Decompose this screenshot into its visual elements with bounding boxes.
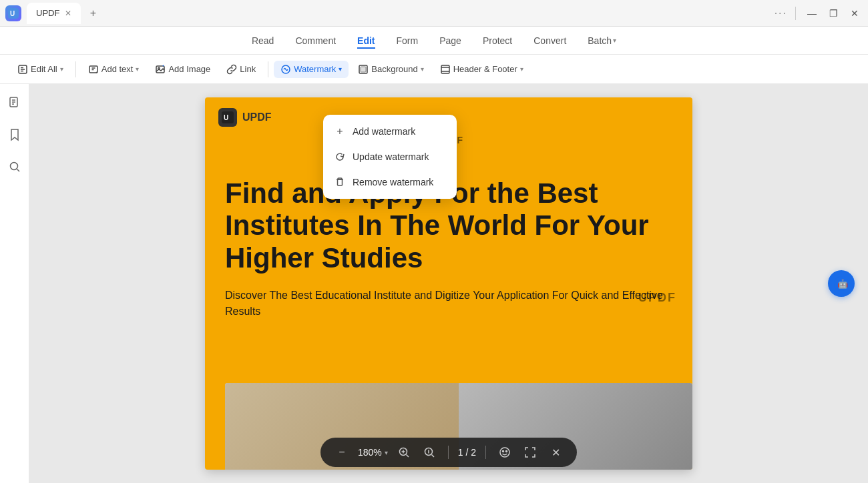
add-text-chevron-icon: ▾ [136,65,139,73]
ai-assistant-button[interactable]: 🤖 [828,270,855,297]
menu-form[interactable]: Form [397,33,419,49]
svg-point-37 [500,448,509,457]
zoom-chevron-icon: ▾ [385,449,388,456]
tab-label: UPDF [36,8,59,18]
add-image-icon: + [155,64,166,75]
svg-point-38 [503,451,504,452]
header-footer-button[interactable]: Header & Footer ▾ [433,61,530,78]
close-button[interactable]: ✕ [847,5,863,21]
svg-point-39 [506,451,507,452]
edit-all-icon [17,64,28,75]
pdf-logo-text: UPDF [242,111,272,123]
zoom-in-button[interactable] [395,443,413,462]
svg-line-35 [431,455,434,458]
watermark-dropdown: + Add watermark Update watermark [323,115,457,199]
zoom-level[interactable]: 180% ▾ [358,447,388,458]
link-button[interactable]: Link [220,61,262,78]
bottom-toolbar: − 180% ▾ 1 / 2 [320,438,577,467]
fit-page-button[interactable] [420,443,439,462]
edit-all-button[interactable]: Edit All ▾ [11,61,70,78]
content-area: U UPDF UPDF Find and Apply For the Best … [29,84,868,483]
separator [795,7,796,20]
sidebar-bookmarks-icon[interactable] [4,124,25,145]
sidebar-search-icon[interactable] [4,156,25,177]
svg-text:+: + [162,64,164,67]
add-text-icon: + [88,64,99,75]
toolbar-separator-1 [75,61,76,77]
toolbar: Edit All ▾ + Add text ▾ + Add Image Link [0,55,868,84]
update-watermark-icon [334,151,346,163]
fullscreen-button[interactable] [521,443,539,462]
edit-all-chevron-icon: ▾ [60,65,63,73]
minimize-button[interactable]: — [804,5,820,21]
watermark-button[interactable]: Watermark ▾ [274,61,349,78]
background-button[interactable]: Background ▾ [351,61,430,78]
app-tab[interactable]: UPDF ✕ [27,3,81,24]
new-tab-button[interactable]: + [83,4,102,23]
pdf-watermark-right: UPDF [638,291,676,305]
svg-text:🤖: 🤖 [837,278,849,290]
add-watermark-icon: + [334,125,346,137]
sidebar-pages-icon[interactable] [4,92,25,113]
add-text-button[interactable]: + Add text ▾ [81,61,146,78]
svg-line-31 [406,455,409,458]
menu-page[interactable]: Page [439,33,461,49]
add-image-button[interactable]: + Add Image [148,61,217,78]
header-footer-chevron-icon: ▾ [520,65,523,73]
bottom-sep-2 [485,446,486,459]
emoji-button[interactable] [495,443,514,462]
toolbar-separator-2 [268,61,268,77]
restore-button[interactable]: ❐ [825,5,841,21]
remove-watermark-icon [334,176,346,188]
batch-chevron-icon: ▾ [613,37,616,44]
main-layout: U UPDF UPDF Find and Apply For the Best … [0,84,868,483]
pdf-logo-icon: U [218,108,237,127]
window-controls: ··· — ❐ ✕ [775,5,863,21]
svg-point-23 [10,163,17,170]
svg-text:U: U [224,114,228,121]
svg-line-24 [17,169,19,172]
watermark-icon [280,64,291,75]
menu-read[interactable]: Read [252,33,274,49]
link-icon [226,64,237,75]
title-bar: U UPDF ✕ + ··· — ❐ ✕ [0,0,868,27]
svg-text:+: + [95,70,98,74]
app-icon: U [5,5,21,21]
close-bottom-button[interactable]: ✕ [546,443,565,462]
svg-rect-16 [441,65,449,73]
watermark-chevron-icon: ▾ [339,65,342,73]
bottom-sep-1 [448,446,449,459]
svg-text:U: U [10,10,15,17]
remove-watermark-item[interactable]: Remove watermark [323,169,457,195]
svg-rect-15 [361,67,366,72]
menu-bar: Read Comment Edit Form Page Protect Conv… [0,27,868,55]
update-watermark-item[interactable]: Update watermark [323,144,457,169]
pdf-subtitle: Discover The Best Educational Institute … [205,288,692,320]
left-sidebar [0,84,29,483]
background-icon [358,64,369,75]
menu-edit[interactable]: Edit [357,33,375,49]
header-footer-icon [440,64,451,75]
menu-convert[interactable]: Convert [533,33,566,49]
more-options-button[interactable]: ··· [775,7,787,19]
menu-comment[interactable]: Comment [295,33,336,49]
svg-rect-27 [338,179,343,185]
menu-batch[interactable]: Batch ▾ [588,33,616,49]
page-info: 1 / 2 [458,447,476,458]
menu-protect[interactable]: Protect [483,33,512,49]
background-chevron-icon: ▾ [421,65,424,73]
zoom-out-button[interactable]: − [333,443,351,462]
add-watermark-item[interactable]: + Add watermark [323,119,457,144]
tab-close-button[interactable]: ✕ [65,9,71,18]
